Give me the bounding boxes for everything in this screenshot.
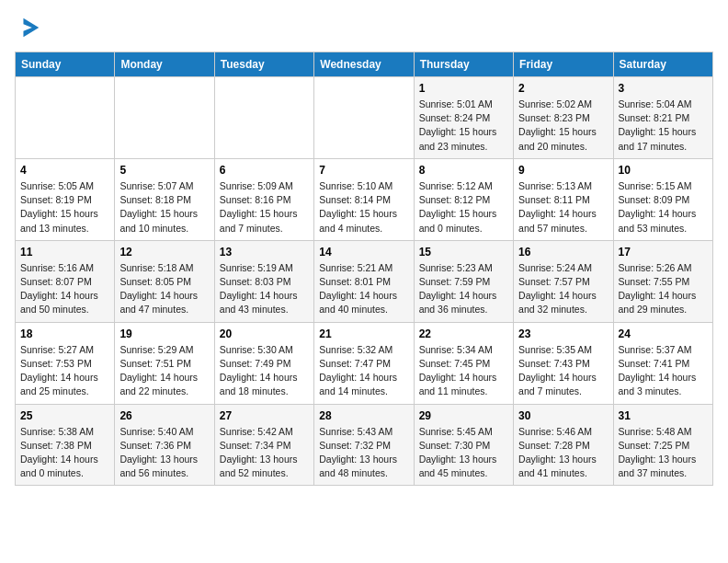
day-info: Sunrise: 5:46 AM Sunset: 7:28 PM Dayligh… <box>518 425 608 481</box>
day-info: Sunrise: 5:16 AM Sunset: 8:07 PM Dayligh… <box>20 261 109 317</box>
calendar-cell: 17Sunrise: 5:26 AM Sunset: 7:55 PM Dayli… <box>613 240 712 322</box>
day-info: Sunrise: 5:37 AM Sunset: 7:41 PM Dayligh… <box>619 343 708 399</box>
day-info: Sunrise: 5:10 AM Sunset: 8:14 PM Dayligh… <box>319 179 408 236</box>
calendar-cell: 21Sunrise: 5:32 AM Sunset: 7:47 PM Dayli… <box>314 322 414 404</box>
day-info: Sunrise: 5:42 AM Sunset: 7:34 PM Dayligh… <box>220 425 309 481</box>
day-info: Sunrise: 5:19 AM Sunset: 8:03 PM Dayligh… <box>220 261 309 317</box>
calendar-cell: 4Sunrise: 5:05 AM Sunset: 8:19 PM Daylig… <box>16 158 115 240</box>
day-number: 24 <box>619 327 708 340</box>
day-number: 28 <box>319 409 408 422</box>
calendar-cell: 24Sunrise: 5:37 AM Sunset: 7:41 PM Dayli… <box>613 322 712 404</box>
weekday-header-row: SundayMondayTuesdayWednesdayThursdayFrid… <box>16 52 713 77</box>
calendar-cell: 12Sunrise: 5:18 AM Sunset: 8:05 PM Dayli… <box>115 240 214 322</box>
day-number: 7 <box>319 164 408 177</box>
day-info: Sunrise: 5:09 AM Sunset: 8:16 PM Dayligh… <box>220 179 309 236</box>
day-number: 2 <box>518 82 608 95</box>
calendar-week-row: 1Sunrise: 5:01 AM Sunset: 8:24 PM Daylig… <box>16 77 713 159</box>
calendar-week-row: 25Sunrise: 5:38 AM Sunset: 7:38 PM Dayli… <box>16 404 713 486</box>
calendar-cell: 11Sunrise: 5:16 AM Sunset: 8:07 PM Dayli… <box>16 240 115 322</box>
calendar-cell: 30Sunrise: 5:46 AM Sunset: 7:28 PM Dayli… <box>514 404 613 486</box>
calendar-table: SundayMondayTuesdayWednesdayThursdayFrid… <box>15 52 713 486</box>
day-info: Sunrise: 5:35 AM Sunset: 7:43 PM Dayligh… <box>518 343 608 399</box>
day-number: 1 <box>419 82 508 95</box>
calendar-cell: 9Sunrise: 5:13 AM Sunset: 8:11 PM Daylig… <box>514 158 613 240</box>
day-info: Sunrise: 5:12 AM Sunset: 8:12 PM Dayligh… <box>419 179 508 236</box>
calendar-cell: 16Sunrise: 5:24 AM Sunset: 7:57 PM Dayli… <box>514 240 613 322</box>
calendar-week-row: 18Sunrise: 5:27 AM Sunset: 7:53 PM Dayli… <box>16 322 713 404</box>
svg-marker-0 <box>23 18 39 38</box>
calendar-cell: 2Sunrise: 5:02 AM Sunset: 8:23 PM Daylig… <box>514 77 613 159</box>
calendar-cell: 27Sunrise: 5:42 AM Sunset: 7:34 PM Dayli… <box>214 404 313 486</box>
calendar-cell: 31Sunrise: 5:48 AM Sunset: 7:25 PM Dayli… <box>613 404 712 486</box>
day-number: 22 <box>419 327 508 340</box>
day-number: 10 <box>619 164 708 177</box>
page-header <box>15 15 713 40</box>
day-info: Sunrise: 5:27 AM Sunset: 7:53 PM Dayligh… <box>20 343 109 399</box>
logo-arrow-icon <box>17 15 42 40</box>
calendar-cell: 20Sunrise: 5:30 AM Sunset: 7:49 PM Dayli… <box>214 322 313 404</box>
weekday-header: Wednesday <box>314 52 414 77</box>
day-info: Sunrise: 5:38 AM Sunset: 7:38 PM Dayligh… <box>20 425 109 481</box>
day-number: 5 <box>119 164 209 177</box>
weekday-header: Monday <box>115 52 214 77</box>
day-info: Sunrise: 5:15 AM Sunset: 8:09 PM Dayligh… <box>619 179 708 236</box>
weekday-header: Friday <box>514 52 613 77</box>
calendar-cell: 10Sunrise: 5:15 AM Sunset: 8:09 PM Dayli… <box>613 158 712 240</box>
day-number: 27 <box>220 409 309 422</box>
calendar-cell: 3Sunrise: 5:04 AM Sunset: 8:21 PM Daylig… <box>613 77 712 159</box>
day-number: 23 <box>518 327 608 340</box>
calendar-cell: 6Sunrise: 5:09 AM Sunset: 8:16 PM Daylig… <box>214 158 313 240</box>
day-number: 20 <box>220 327 309 340</box>
day-number: 29 <box>419 409 508 422</box>
day-number: 21 <box>319 327 408 340</box>
day-info: Sunrise: 5:07 AM Sunset: 8:18 PM Dayligh… <box>119 179 209 236</box>
calendar-cell: 26Sunrise: 5:40 AM Sunset: 7:36 PM Dayli… <box>115 404 214 486</box>
calendar-cell <box>314 77 414 159</box>
calendar-cell <box>115 77 214 159</box>
day-number: 25 <box>20 409 109 422</box>
calendar-cell: 19Sunrise: 5:29 AM Sunset: 7:51 PM Dayli… <box>115 322 214 404</box>
day-number: 14 <box>319 246 408 259</box>
day-info: Sunrise: 5:23 AM Sunset: 7:59 PM Dayligh… <box>419 261 508 317</box>
day-info: Sunrise: 5:26 AM Sunset: 7:55 PM Dayligh… <box>619 261 708 317</box>
calendar-cell: 29Sunrise: 5:45 AM Sunset: 7:30 PM Dayli… <box>414 404 513 486</box>
logo <box>15 15 42 40</box>
day-number: 15 <box>419 246 508 259</box>
calendar-cell <box>214 77 313 159</box>
day-info: Sunrise: 5:01 AM Sunset: 8:24 PM Dayligh… <box>419 98 508 154</box>
day-number: 30 <box>518 409 608 422</box>
day-number: 8 <box>419 164 508 177</box>
day-info: Sunrise: 5:21 AM Sunset: 8:01 PM Dayligh… <box>319 261 408 317</box>
day-number: 6 <box>220 164 309 177</box>
day-number: 16 <box>518 246 608 259</box>
calendar-cell: 25Sunrise: 5:38 AM Sunset: 7:38 PM Dayli… <box>16 404 115 486</box>
calendar-cell: 15Sunrise: 5:23 AM Sunset: 7:59 PM Dayli… <box>414 240 513 322</box>
calendar-cell: 1Sunrise: 5:01 AM Sunset: 8:24 PM Daylig… <box>414 77 513 159</box>
day-info: Sunrise: 5:04 AM Sunset: 8:21 PM Dayligh… <box>619 98 708 154</box>
day-number: 9 <box>518 164 608 177</box>
day-number: 19 <box>119 327 209 340</box>
calendar-cell <box>16 77 115 159</box>
day-info: Sunrise: 5:05 AM Sunset: 8:19 PM Dayligh… <box>20 179 109 236</box>
calendar-cell: 18Sunrise: 5:27 AM Sunset: 7:53 PM Dayli… <box>16 322 115 404</box>
day-info: Sunrise: 5:29 AM Sunset: 7:51 PM Dayligh… <box>119 343 209 399</box>
day-number: 13 <box>220 246 309 259</box>
calendar-week-row: 11Sunrise: 5:16 AM Sunset: 8:07 PM Dayli… <box>16 240 713 322</box>
day-info: Sunrise: 5:30 AM Sunset: 7:49 PM Dayligh… <box>220 343 309 399</box>
weekday-header: Thursday <box>414 52 513 77</box>
weekday-header: Saturday <box>613 52 712 77</box>
day-number: 4 <box>20 164 109 177</box>
day-number: 31 <box>619 409 708 422</box>
day-number: 3 <box>619 82 708 95</box>
day-info: Sunrise: 5:18 AM Sunset: 8:05 PM Dayligh… <box>119 261 209 317</box>
day-number: 26 <box>119 409 209 422</box>
calendar-cell: 5Sunrise: 5:07 AM Sunset: 8:18 PM Daylig… <box>115 158 214 240</box>
day-number: 12 <box>119 246 209 259</box>
calendar-cell: 23Sunrise: 5:35 AM Sunset: 7:43 PM Dayli… <box>514 322 613 404</box>
day-info: Sunrise: 5:34 AM Sunset: 7:45 PM Dayligh… <box>419 343 508 399</box>
day-info: Sunrise: 5:48 AM Sunset: 7:25 PM Dayligh… <box>619 425 708 481</box>
day-number: 18 <box>20 327 109 340</box>
calendar-cell: 14Sunrise: 5:21 AM Sunset: 8:01 PM Dayli… <box>314 240 414 322</box>
day-number: 11 <box>20 246 109 259</box>
day-info: Sunrise: 5:43 AM Sunset: 7:32 PM Dayligh… <box>319 425 408 481</box>
